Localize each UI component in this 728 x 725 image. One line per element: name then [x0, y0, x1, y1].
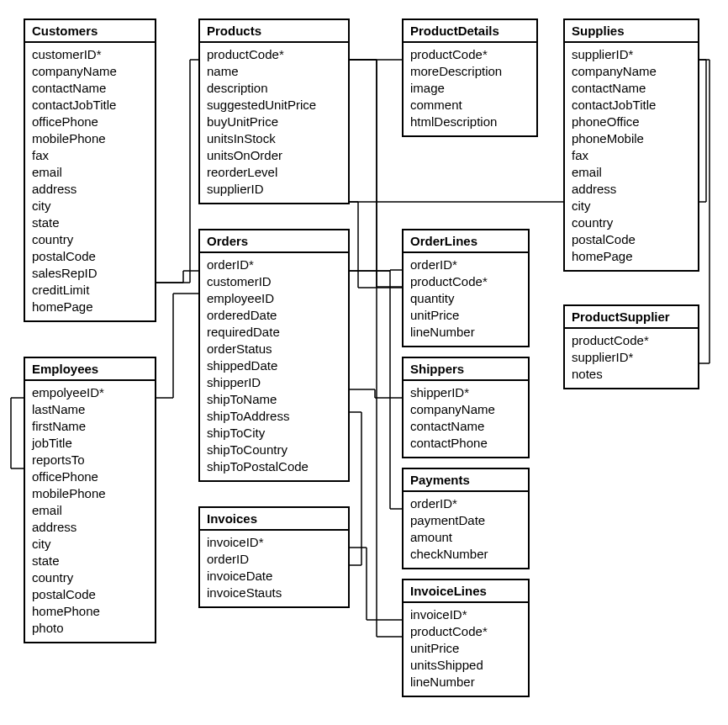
- table-field: supplierID*: [572, 349, 691, 366]
- table-field: invoiceID*: [410, 606, 521, 623]
- table-field: orderID*: [410, 257, 521, 273]
- table-products: ProductsproductCode*namedescriptionsugge…: [198, 19, 350, 204]
- table-productdetails: ProductDetailsproductCode*moreDescriptio…: [402, 19, 538, 137]
- table-field: quantity: [410, 290, 521, 307]
- table-field-list: shipperID*companyNamecontactNamecontactP…: [404, 381, 528, 457]
- table-field: firstName: [32, 418, 148, 435]
- table-field: contactName: [32, 80, 148, 97]
- table-field: unitsInStock: [207, 130, 341, 147]
- table-field-list: empolyeeID*lastNamefirstNamejobTitlerepo…: [25, 381, 155, 642]
- table-field: photo: [32, 620, 148, 637]
- table-field: checkNumber: [410, 546, 521, 563]
- table-field: unitsOnOrder: [207, 147, 341, 164]
- table-title: Employees: [25, 358, 155, 381]
- table-field: lineNumber: [410, 674, 521, 691]
- table-field: shippedDate: [207, 357, 341, 374]
- table-field: creditLimit: [32, 282, 148, 299]
- table-field: shipToCountry: [207, 442, 341, 458]
- table-field: companyName: [410, 401, 521, 418]
- table-field: image: [410, 80, 530, 97]
- table-field: salesRepID: [32, 265, 148, 282]
- table-title: Orders: [200, 230, 348, 253]
- table-field-list: orderID*productCode*quantityunitPricelin…: [404, 253, 528, 346]
- table-field: fax: [32, 147, 148, 164]
- table-field: address: [32, 519, 148, 536]
- table-productsupplier: ProductSupplierproductCode*supplierID*no…: [563, 304, 699, 389]
- table-field: country: [32, 569, 148, 586]
- table-field: productCode*: [410, 273, 521, 290]
- table-field: homePage: [32, 299, 148, 315]
- table-field: supplierID: [207, 181, 341, 198]
- table-field: comment: [410, 97, 530, 114]
- table-field: htmlDescription: [410, 114, 530, 130]
- table-field: supplierID*: [572, 46, 691, 63]
- table-title: OrderLines: [404, 230, 528, 253]
- table-field: fax: [572, 147, 691, 164]
- table-field-list: productCode*moreDescriptionimagecommenth…: [404, 43, 536, 135]
- table-field: postalCode: [572, 231, 691, 248]
- table-field: invoiceStauts: [207, 585, 341, 601]
- table-field: contactName: [572, 80, 691, 97]
- table-field: email: [572, 164, 691, 181]
- table-field: contactJobTitle: [32, 97, 148, 114]
- table-field-list: orderID*customerIDemployeeIDorderedDater…: [200, 253, 348, 480]
- table-field: name: [207, 63, 341, 80]
- table-field-list: customerID*companyNamecontactNamecontact…: [25, 43, 155, 320]
- table-field: phoneMobile: [572, 130, 691, 147]
- table-field: invoiceID*: [207, 534, 341, 551]
- table-title: Payments: [404, 469, 528, 492]
- table-field-list: productCode*supplierID*notes: [565, 329, 698, 388]
- table-field: unitPrice: [410, 640, 521, 657]
- table-field: email: [32, 502, 148, 519]
- table-field: orderStatus: [207, 341, 341, 357]
- table-field: customerID: [207, 273, 341, 290]
- table-field: orderID: [207, 551, 341, 568]
- table-field: city: [32, 536, 148, 553]
- table-field: shipToName: [207, 391, 341, 408]
- table-field: orderedDate: [207, 307, 341, 324]
- table-field: amount: [410, 529, 521, 546]
- table-field: officePhone: [32, 468, 148, 485]
- table-field: jobTitle: [32, 435, 148, 452]
- table-field: state: [32, 214, 148, 231]
- table-field: postalCode: [32, 248, 148, 265]
- table-field: country: [32, 231, 148, 248]
- table-title: Products: [200, 20, 348, 43]
- table-field: homePage: [572, 248, 691, 265]
- table-field: lineNumber: [410, 324, 521, 341]
- table-field-list: supplierID*companyNamecontactNamecontact…: [565, 43, 698, 270]
- table-field: notes: [572, 366, 691, 383]
- table-field: country: [572, 214, 691, 231]
- table-title: Shippers: [404, 358, 528, 381]
- table-title: Invoices: [200, 508, 348, 531]
- table-field: buyUnitPrice: [207, 114, 341, 130]
- table-invoices: InvoicesinvoiceID*orderIDinvoiceDateinvo…: [198, 506, 350, 608]
- table-field: address: [32, 181, 148, 198]
- table-field: orderID*: [410, 495, 521, 512]
- table-field: suggestedUnitPrice: [207, 97, 341, 114]
- table-title: Customers: [25, 20, 155, 43]
- table-field-list: productCode*namedescriptionsuggestedUnit…: [200, 43, 348, 203]
- table-field: orderID*: [207, 257, 341, 273]
- table-field: description: [207, 80, 341, 97]
- table-field: mobilePhone: [32, 485, 148, 502]
- table-field: address: [572, 181, 691, 198]
- table-field: homePhone: [32, 603, 148, 620]
- table-orderlines: OrderLinesorderID*productCode*quantityun…: [402, 229, 530, 347]
- table-field: shipperID*: [410, 384, 521, 401]
- table-field: moreDescription: [410, 63, 530, 80]
- table-title: ProductDetails: [404, 20, 536, 43]
- table-field: shipToCity: [207, 425, 341, 442]
- table-field: contactJobTitle: [572, 97, 691, 114]
- table-field: employeeID: [207, 290, 341, 307]
- table-field: reorderLevel: [207, 164, 341, 181]
- table-field-list: invoiceID*orderIDinvoiceDateinvoiceStaut…: [200, 531, 348, 606]
- table-invoicelines: InvoiceLinesinvoiceID*productCode*unitPr…: [402, 579, 530, 697]
- table-field: officePhone: [32, 114, 148, 130]
- table-field: phoneOffice: [572, 114, 691, 130]
- table-field: customerID*: [32, 46, 148, 63]
- table-field: shipToAddress: [207, 408, 341, 425]
- table-title: InvoiceLines: [404, 580, 528, 603]
- table-field: unitsShipped: [410, 657, 521, 674]
- table-payments: PaymentsorderID*paymentDateamountcheckNu…: [402, 468, 530, 569]
